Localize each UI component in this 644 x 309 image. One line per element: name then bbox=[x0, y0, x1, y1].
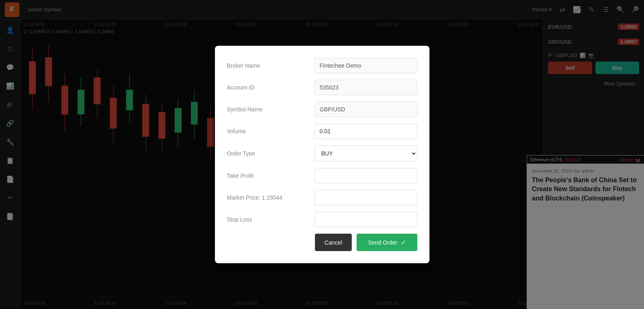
modal-row-account-id: Account ID 535023 bbox=[227, 80, 417, 95]
send-order-button[interactable]: Send Order ✓ bbox=[357, 234, 417, 251]
modal-row-broker-name: Broker Name Fintechee Demo bbox=[227, 58, 417, 73]
market-price-label: Market Price: 1.29044 bbox=[227, 194, 308, 201]
modal-row-stop-loss: Stop Loss bbox=[227, 212, 417, 227]
stop-loss-label: Stop Loss bbox=[227, 216, 308, 223]
modal-buttons: Cancel Send Order ✓ bbox=[227, 234, 417, 251]
stop-loss-input[interactable] bbox=[315, 212, 417, 227]
order-modal: Broker Name Fintechee Demo Account ID 53… bbox=[215, 46, 429, 263]
broker-name-label: Broker Name bbox=[227, 62, 308, 69]
order-type-select[interactable]: BUY SELL bbox=[315, 145, 417, 162]
modal-row-market-price: Market Price: 1.29044 bbox=[227, 190, 417, 205]
modal-overlay: Broker Name Fintechee Demo Account ID 53… bbox=[0, 0, 644, 309]
order-type-label: Order Type bbox=[227, 150, 308, 157]
symbol-name-value: GBP/USD bbox=[315, 102, 417, 117]
broker-name-value: Fintechee Demo bbox=[315, 58, 417, 73]
account-id-label: Account ID bbox=[227, 84, 308, 91]
take-profit-label: Take Profit bbox=[227, 173, 308, 179]
volume-label: Volume bbox=[227, 128, 308, 134]
volume-input[interactable] bbox=[315, 124, 417, 139]
checkmark-icon: ✓ bbox=[401, 239, 406, 246]
account-id-value: 535023 bbox=[315, 80, 417, 95]
market-price-input[interactable] bbox=[315, 190, 417, 205]
symbol-name-label: Symbol Name bbox=[227, 106, 308, 113]
modal-row-take-profit: Take Profit bbox=[227, 168, 417, 183]
cancel-button[interactable]: Cancel bbox=[315, 234, 352, 251]
modal-row-order-type: Order Type BUY SELL bbox=[227, 145, 417, 162]
modal-row-symbol-name: Symbol Name GBP/USD bbox=[227, 102, 417, 117]
modal-row-volume: Volume bbox=[227, 124, 417, 139]
take-profit-input[interactable] bbox=[315, 168, 417, 183]
